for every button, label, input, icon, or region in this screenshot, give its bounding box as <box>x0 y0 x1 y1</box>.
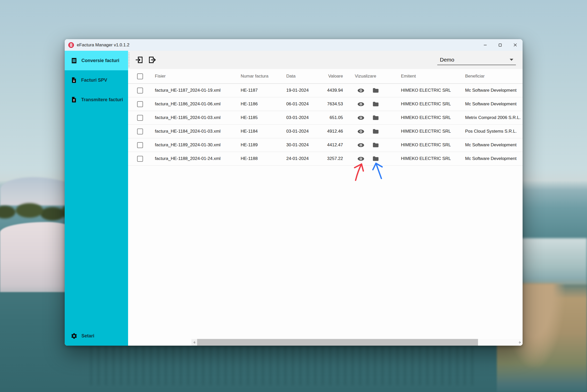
sidebar-item-conversie-facturi[interactable]: Conversie facturi <box>65 51 128 70</box>
profile-dropdown-value: Demo <box>440 57 454 63</box>
table-row[interactable]: factura_HE-1184_2024-01-03.xml HE-1184 0… <box>128 125 523 138</box>
open-folder-button[interactable] <box>372 142 379 148</box>
close-button[interactable] <box>508 39 523 51</box>
header-vizualizare: Vizualizare <box>355 74 401 79</box>
maximize-button[interactable] <box>493 39 508 51</box>
sidebar-item-label: Facturi SPV <box>81 78 107 83</box>
titlebar[interactable]: eFactura Manager v1.0.1.2 <box>65 39 523 51</box>
cell-valoare: 4912.46 <box>322 129 343 134</box>
header-beneficiar[interactable]: Beneficiar <box>465 74 523 79</box>
minimize-button[interactable] <box>478 39 493 51</box>
row-checkbox[interactable] <box>137 142 143 148</box>
receipt-icon <box>71 57 78 64</box>
cell-valoare: 3257.22 <box>322 156 343 161</box>
import-icon <box>135 56 144 64</box>
cell-data: 24-01-2024 <box>286 156 322 161</box>
table-row[interactable]: factura_HE-1189_2024-01-30.xml HE-1189 3… <box>128 138 523 152</box>
row-checkbox[interactable] <box>137 115 143 121</box>
cell-emitent: HIMEKO ELECTRIC SRL <box>401 142 465 148</box>
table-row[interactable]: factura_HE-1187_2024-01-19.xml HE-1187 1… <box>128 84 523 97</box>
eye-icon <box>357 115 364 121</box>
minimize-icon <box>483 43 487 47</box>
cell-data: 19-01-2024 <box>286 88 322 93</box>
open-folder-button[interactable] <box>372 115 379 121</box>
window-title: eFactura Manager v1.0.1.2 <box>77 42 129 48</box>
header-fisier[interactable]: Fisier <box>155 74 241 79</box>
sidebar: Conversie facturi Facturi SPV Transmiter… <box>65 51 128 346</box>
header-emitent[interactable]: Emitent <box>401 74 465 79</box>
sidebar-item-label: Conversie facturi <box>81 58 119 63</box>
cell-numar-factura: HE-1188 <box>241 156 286 161</box>
view-invoice-button[interactable] <box>357 129 364 134</box>
arrow-right-icon <box>518 341 522 344</box>
toolbar: Demo <box>128 51 523 69</box>
profile-dropdown[interactable]: Demo <box>437 55 516 65</box>
header-data[interactable]: Data <box>286 74 322 79</box>
view-invoice-button[interactable] <box>357 101 364 107</box>
sidebar-item-setari[interactable]: Setari <box>65 326 128 346</box>
cell-emitent: HIMEKO ELECTRIC SRL <box>401 101 465 107</box>
cell-data: 03-01-2024 <box>286 115 322 120</box>
table-header: Fisier Numar factura Data Valoare Vizual… <box>128 69 523 84</box>
scrollbar-thumb[interactable] <box>197 339 478 346</box>
eye-icon <box>357 88 364 93</box>
header-numar[interactable]: Numar factura <box>241 74 286 79</box>
import-invoices-button[interactable] <box>135 55 144 64</box>
cell-data: 06-01-2024 <box>286 101 322 107</box>
row-checkbox[interactable] <box>137 156 143 162</box>
table-row[interactable]: factura_HE-1188_2024-01-24.xml HE-1188 2… <box>128 152 523 166</box>
cell-data: 30-01-2024 <box>286 142 322 148</box>
open-folder-button[interactable] <box>372 129 379 134</box>
folder-icon <box>372 101 379 107</box>
file-upload-icon <box>71 96 77 103</box>
sidebar-item-facturi-spv[interactable]: Facturi SPV <box>65 70 128 90</box>
view-invoice-button[interactable] <box>357 88 364 93</box>
cell-data: 03-01-2024 <box>286 129 322 134</box>
app-window: eFactura Manager v1.0.1.2 <box>65 39 523 346</box>
cell-fisier: factura_HE-1185_2024-01-03.xml <box>155 115 241 120</box>
cell-numar-factura: HE-1186 <box>241 101 286 107</box>
cell-fisier: factura_HE-1187_2024-01-19.xml <box>155 88 241 93</box>
header-valoare[interactable]: Valoare <box>322 74 343 79</box>
view-invoice-button[interactable] <box>357 156 364 162</box>
table-row[interactable]: factura_HE-1185_2024-01-03.xml HE-1185 0… <box>128 111 523 125</box>
cell-valoare: 651.05 <box>322 115 343 120</box>
eye-icon <box>357 129 364 134</box>
sidebar-spacer <box>65 109 128 326</box>
file-download-icon <box>71 77 77 83</box>
view-invoice-button[interactable] <box>357 115 364 121</box>
open-folder-button[interactable] <box>372 88 379 93</box>
main-content: Demo Fisier Numar factura Data Valoare V… <box>128 51 523 346</box>
export-invoices-button[interactable] <box>148 55 157 64</box>
scroll-left-button[interactable] <box>191 339 197 346</box>
cell-beneficiar: Metrix Comprod 2006 S.R.L. <box>465 115 523 120</box>
view-invoice-button[interactable] <box>357 142 364 148</box>
toolbar-separator <box>129 53 129 67</box>
cell-beneficiar: Mc Software Development <box>465 88 523 93</box>
gear-icon <box>71 333 78 339</box>
folder-icon <box>372 88 379 93</box>
sidebar-item-transmitere-facturi[interactable]: Transmitere facturi <box>65 90 128 109</box>
cell-beneficiar: Pos Cloud Systems S.R.L. <box>465 129 523 134</box>
open-folder-button[interactable] <box>372 101 379 107</box>
folder-icon <box>372 142 379 148</box>
select-all-checkbox[interactable] <box>137 73 143 79</box>
arrow-left-icon <box>193 341 196 344</box>
cell-fisier: factura_HE-1186_2024-01-06.xml <box>155 101 241 107</box>
row-checkbox[interactable] <box>137 88 143 93</box>
folder-icon <box>372 129 379 134</box>
cell-beneficiar: Mc Software Development <box>465 101 523 107</box>
cell-numar-factura: HE-1187 <box>241 88 286 93</box>
cell-fisier: factura_HE-1189_2024-01-30.xml <box>155 142 241 148</box>
cell-emitent: HIMEKO ELECTRIC SRL <box>401 156 465 161</box>
close-icon <box>513 43 517 47</box>
row-checkbox[interactable] <box>137 101 143 107</box>
cell-numar-factura: HE-1184 <box>241 129 286 134</box>
open-folder-button[interactable] <box>372 156 379 161</box>
row-checkbox[interactable] <box>137 129 143 134</box>
table-row[interactable]: factura_HE-1186_2024-01-06.xml HE-1186 0… <box>128 97 523 111</box>
folder-icon <box>372 156 379 161</box>
table-rows: factura_HE-1187_2024-01-19.xml HE-1187 1… <box>128 84 523 166</box>
cell-valoare: 7634.53 <box>322 101 343 107</box>
scroll-right-button[interactable] <box>517 339 523 346</box>
